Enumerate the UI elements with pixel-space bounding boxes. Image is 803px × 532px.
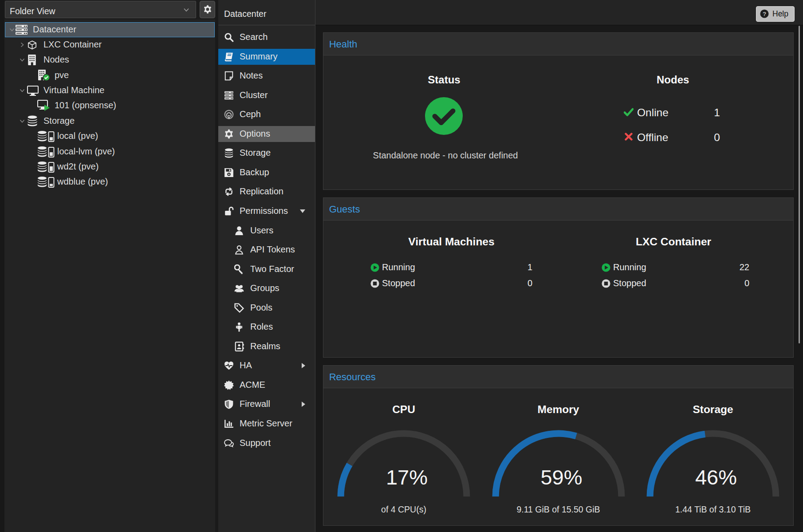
svg-text:?: ?: [763, 11, 766, 17]
